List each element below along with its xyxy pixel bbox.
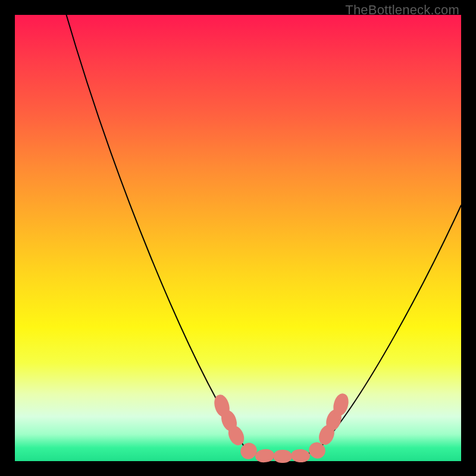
right-curve <box>283 205 461 458</box>
bead-marker <box>273 450 292 463</box>
curve-layer <box>15 15 461 461</box>
chart-root: TheBottleneck.com <box>0 0 476 476</box>
left-curve <box>65 12 283 458</box>
